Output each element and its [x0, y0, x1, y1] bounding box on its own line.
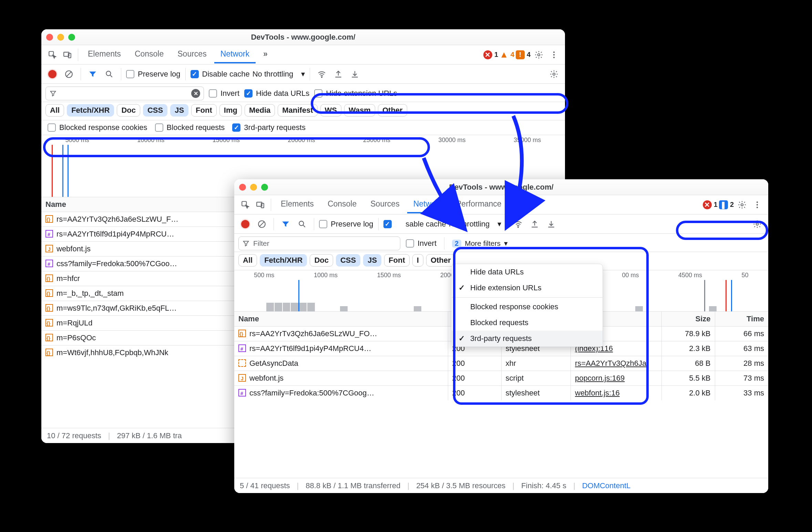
tab-sources[interactable]: Sources — [364, 196, 405, 213]
info-badge[interactable]: ! 4 — [516, 50, 531, 59]
inspect-icon[interactable] — [45, 48, 59, 62]
inspect-icon[interactable] — [238, 198, 252, 212]
filter-toggle-icon[interactable] — [86, 67, 100, 81]
chip-doc[interactable]: Doc — [117, 104, 140, 117]
settings-icon[interactable] — [750, 217, 764, 231]
chip-all[interactable]: All — [238, 254, 257, 267]
tab-network[interactable]: Network — [214, 46, 256, 63]
device-icon[interactable] — [254, 198, 267, 212]
initiator-link[interactable]: rs=AA2YrTv3Qzh6Ja — [575, 359, 646, 368]
initiator-link[interactable]: popcorn.js:169 — [575, 374, 625, 382]
chip-i[interactable]: I — [412, 254, 423, 267]
chip-all[interactable]: All — [45, 104, 64, 117]
hide-extension-urls-checkbox[interactable]: Hide extension URLs — [314, 89, 397, 98]
errors-badge[interactable]: ✕ 1 — [703, 200, 718, 209]
third-party-requests-checkbox[interactable]: ✓3rd-party requests — [232, 123, 306, 132]
hide-data-urls-checkbox[interactable]: ✓Hide data URLs — [244, 89, 309, 98]
chip-media[interactable]: Media — [245, 104, 275, 117]
warning-icon: ▲ — [500, 49, 508, 60]
window-title: DevTools - www.google.com/ — [41, 33, 565, 42]
disable-cache-checkbox[interactable]: ✓Disable cache — [191, 70, 250, 79]
table-row[interactable]: css?family=Fredoka:500%7CGoog…200stylesh… — [234, 386, 768, 401]
col-header[interactable]: Time — [715, 312, 768, 327]
menu-item-label: Blocked requests — [470, 318, 528, 327]
chip-img[interactable]: Img — [219, 104, 242, 117]
kebab-icon[interactable] — [750, 198, 764, 212]
invert-checkbox[interactable]: Invert — [209, 89, 239, 98]
errors-badge[interactable]: ✕ 1 — [483, 50, 498, 59]
clear-button[interactable] — [255, 217, 269, 231]
chip-css[interactable]: CSS — [143, 104, 167, 117]
check-icon: ✓ — [458, 283, 465, 292]
css-file-icon — [238, 389, 246, 397]
upload-icon[interactable] — [331, 67, 345, 81]
tab-elements[interactable]: Elements — [82, 46, 127, 63]
clear-filter-icon[interactable]: ✕ — [191, 89, 200, 98]
chip-font[interactable]: Font — [191, 104, 217, 117]
table-row[interactable]: GetAsyncData200xhrrs=AA2YrTv3Qzh6Ja68 B2… — [234, 356, 768, 371]
initiator-link[interactable]: webfont.js:16 — [575, 389, 620, 397]
menu-item[interactable]: Blocked response cookies — [452, 299, 603, 315]
chevron-down-icon: ▾ — [301, 70, 305, 79]
more-tabs[interactable]: » — [509, 196, 526, 213]
tab-console[interactable]: Console — [321, 196, 363, 213]
chip-font[interactable]: Font — [384, 254, 410, 267]
col-header[interactable]: Size — [661, 312, 715, 327]
throttling-select[interactable]: No throttling ▾ — [253, 70, 305, 79]
network-conditions-icon[interactable] — [315, 67, 329, 81]
invert-checkbox[interactable]: Invert — [406, 239, 436, 248]
chip-js[interactable]: JS — [170, 104, 188, 117]
search-icon[interactable] — [295, 217, 309, 231]
disable-cache-checkbox[interactable]: ✓ Disable cache — [383, 220, 446, 229]
filter-toggle-icon[interactable] — [279, 217, 292, 231]
settings-icon[interactable] — [735, 198, 749, 212]
menu-item[interactable]: Blocked requests — [452, 315, 603, 331]
chip-doc[interactable]: Doc — [310, 254, 333, 267]
more-filters-dropdown[interactable]: 2 More filters ▾ — [452, 239, 508, 248]
chip-wasm[interactable]: Wasm — [344, 104, 375, 117]
tab-network[interactable]: Network — [407, 196, 449, 213]
chip-fetch-xhr[interactable]: Fetch/XHR — [260, 254, 307, 267]
clear-button[interactable] — [62, 67, 76, 81]
menu-item[interactable]: Hide data URLs — [452, 264, 603, 280]
preserve-log-checkbox[interactable]: Preserve log — [319, 220, 373, 229]
info-badge[interactable]: ❚ 2 — [719, 200, 734, 209]
download-icon[interactable] — [544, 217, 558, 231]
chip-ws[interactable]: WS — [320, 104, 341, 117]
chip-manifest[interactable]: Manifest — [278, 104, 317, 117]
col-header[interactable]: Name — [234, 312, 448, 327]
record-button[interactable] — [45, 67, 59, 81]
settings-icon[interactable] — [532, 48, 546, 62]
chip-fetch-xhr[interactable]: Fetch/XHR — [67, 104, 114, 117]
table-row[interactable]: webfont.js200scriptpopcorn.js:1695.5 kB7… — [234, 371, 768, 386]
settings-icon[interactable] — [547, 67, 561, 81]
filter-input[interactable]: ✕ — [45, 87, 204, 100]
menu-item[interactable]: ✓3rd-party requests — [452, 331, 603, 347]
network-conditions-icon[interactable] — [511, 217, 525, 231]
chip-other[interactable]: Other — [426, 254, 455, 267]
menu-item[interactable]: ✓Hide extension URLs — [452, 280, 603, 296]
preserve-log-checkbox[interactable]: Preserve log — [126, 70, 181, 79]
device-icon[interactable] — [61, 48, 74, 62]
download-icon[interactable] — [348, 67, 362, 81]
chip-other[interactable]: Other — [378, 104, 407, 117]
tab-console[interactable]: Console — [129, 46, 170, 63]
chip-css[interactable]: CSS — [336, 254, 360, 267]
jsfile-file-icon — [45, 245, 53, 252]
chip-js[interactable]: JS — [363, 254, 381, 267]
kebab-icon[interactable] — [547, 48, 561, 62]
more-tabs[interactable]: » — [257, 46, 274, 63]
record-button[interactable] — [238, 217, 252, 231]
tab-sources[interactable]: Sources — [171, 46, 213, 63]
blocked-response-cookies-checkbox[interactable]: Blocked response cookies — [48, 123, 147, 132]
filter-input[interactable]: Filter — [238, 237, 400, 250]
svg-point-14 — [741, 203, 743, 206]
tab-elements[interactable]: Elements — [275, 196, 320, 213]
window-title: DevTools - www.google.com/ — [234, 183, 768, 192]
upload-icon[interactable] — [528, 217, 542, 231]
tab-performance[interactable]: Performance — [450, 196, 508, 213]
warnings-badge[interactable]: ▲ 4 — [500, 49, 514, 60]
throttling-select[interactable]: No throttling ▾ — [449, 220, 502, 229]
blocked-requests-checkbox[interactable]: Blocked requests — [155, 123, 225, 132]
search-icon[interactable] — [102, 67, 116, 81]
